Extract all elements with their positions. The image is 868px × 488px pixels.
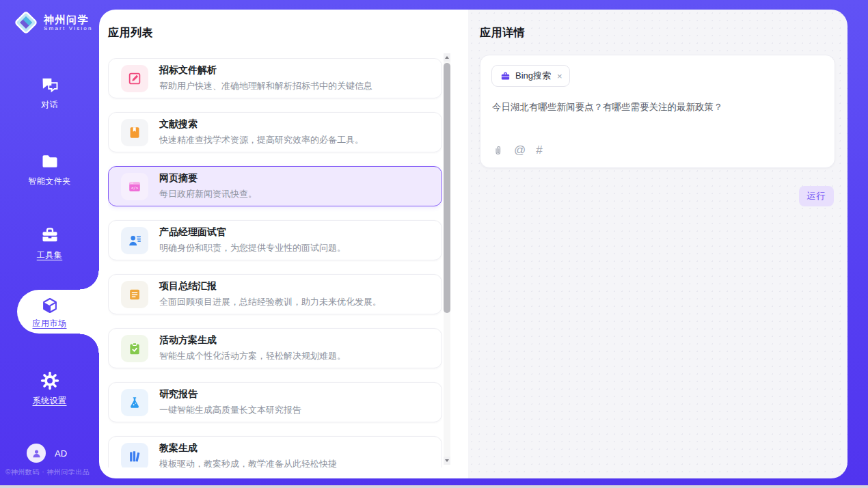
- app-name: 活动方案生成: [159, 334, 346, 347]
- sidebar-item-app-market[interactable]: 应用市场: [0, 290, 99, 334]
- app-card[interactable]: 教案生成模板驱动，教案秒成，教学准备从此轻松快捷: [108, 436, 442, 467]
- input-toolbar: @ #: [492, 144, 543, 157]
- app-card[interactable]: 项目总结汇报全面回顾项目进展，总结经验教训，助力未来优化发展。: [108, 274, 442, 314]
- user-name: AD: [55, 448, 67, 459]
- sidebar-item-toolkit[interactable]: 工具集: [0, 226, 99, 261]
- app-name: 产品经理面试官: [159, 226, 346, 239]
- chat-icon: [40, 75, 59, 94]
- app-description: 全面回顾项目进展，总结经验教训，助力未来优化发展。: [159, 296, 381, 308]
- interviewer-icon: [121, 227, 148, 254]
- app-description: 快速精准查找学术资源，提高研究效率的必备工具。: [159, 134, 364, 146]
- app-list-panel: 应用列表 招标文件解析帮助用户快速、准确地理解和解析招标书中的关键信息文献搜索快…: [99, 10, 468, 478]
- app-card[interactable]: 研究报告一键智能生成高质量长文本研究报告: [108, 382, 442, 422]
- app-name: 网页摘要: [159, 172, 257, 185]
- copyright-text: ©神州数码 · 神州问学出品: [5, 467, 90, 477]
- app-description: 一键智能生成高质量长文本研究报告: [159, 404, 301, 416]
- topic-icon[interactable]: #: [536, 144, 542, 157]
- sidebar-item-chat[interactable]: 对话: [0, 75, 99, 111]
- app-name: 研究报告: [159, 388, 301, 401]
- app-description: 帮助用户快速、准确地理解和解析招标书中的关键信息: [159, 80, 372, 92]
- app-card[interactable]: 产品经理面试官明确身份和职责，为您提供专业性的面试问题。: [108, 220, 442, 260]
- app-name: 文献搜索: [159, 118, 364, 131]
- sidebar-item-settings[interactable]: 系统设置: [0, 371, 99, 407]
- scrollbar-up-icon[interactable]: [444, 53, 450, 62]
- app-description: 模板驱动，教案秒成，教学准备从此轻松快捷: [159, 458, 337, 467]
- run-button[interactable]: 运行: [799, 186, 834, 206]
- app-card[interactable]: 活动方案生成智能生成个性化活动方案，轻松解决规划难题。: [108, 328, 442, 368]
- app-name: 招标文件解析: [159, 64, 372, 77]
- sidebar: 神州问学 Smart Vision 对话智能文件夹工具集应用市场系统设置 AD …: [0, 0, 99, 485]
- briefcase-icon: [500, 71, 511, 81]
- sidebar-item-smart-folder[interactable]: 智能文件夹: [0, 152, 99, 187]
- query-input[interactable]: 今日湖北有哪些新闻要点？有哪些需要关注的最新政策？: [492, 100, 821, 113]
- app-window: 神州问学 Smart Vision 对话智能文件夹工具集应用市场系统设置 AD …: [0, 0, 868, 485]
- app-card[interactable]: </>网页摘要每日政府新闻资讯快查。: [108, 166, 442, 206]
- attachment-icon[interactable]: [492, 145, 504, 157]
- brand: 神州问学 Smart Vision: [12, 9, 93, 36]
- user-account[interactable]: AD: [27, 444, 67, 463]
- app-list-scrollbar[interactable]: [444, 53, 450, 465]
- sidebar-item-label: 应用市场: [0, 318, 99, 329]
- app-list: 招标文件解析帮助用户快速、准确地理解和解析招标书中的关键信息文献搜索快速精准查找…: [108, 58, 442, 467]
- edit-doc-icon: [121, 65, 148, 92]
- brand-logo-icon: [12, 9, 40, 36]
- scrollbar-down-icon[interactable]: [444, 457, 450, 465]
- bottom-edge: [0, 485, 868, 488]
- books-icon: [121, 443, 148, 468]
- svg-text:</>: </>: [131, 186, 139, 190]
- app-name: 教案生成: [159, 442, 337, 455]
- app-description: 每日政府新闻资讯快查。: [159, 188, 257, 200]
- sidebar-item-label: 工具集: [0, 249, 99, 261]
- tool-chip-bing-search[interactable]: Bing搜索 ×: [491, 65, 570, 87]
- app-name: 项目总结汇报: [159, 280, 381, 293]
- web-code-icon: </>: [121, 173, 148, 200]
- app-card[interactable]: 招标文件解析帮助用户快速、准确地理解和解析招标书中的关键信息: [108, 58, 442, 98]
- app-detail-panel: 应用详情 Bing搜索 × 今日湖北有哪些新闻要点？有哪些需要关注的最新政策？: [468, 10, 847, 478]
- mention-icon[interactable]: @: [514, 144, 526, 157]
- sidebar-item-label: 对话: [0, 99, 99, 111]
- book-icon: [121, 119, 148, 146]
- main-content: 应用列表 招标文件解析帮助用户快速、准确地理解和解析招标书中的关键信息文献搜索快…: [99, 10, 847, 478]
- app-detail-title: 应用详情: [480, 26, 525, 40]
- app-description: 智能生成个性化活动方案，轻松解决规划难题。: [159, 350, 346, 362]
- toolbox-icon: [40, 226, 59, 245]
- cube-icon: [40, 296, 59, 315]
- brand-subtitle: Smart Vision: [44, 25, 93, 31]
- gear-icon: [40, 371, 59, 390]
- scrollbar-thumb[interactable]: [444, 63, 450, 313]
- clipboard-check-icon: [121, 335, 148, 362]
- folder-icon: [40, 152, 59, 171]
- memo-icon: [121, 281, 148, 308]
- app-list-title: 应用列表: [108, 26, 153, 40]
- user-avatar-icon: [27, 444, 46, 463]
- brand-name: 神州问学: [44, 14, 93, 25]
- research-icon: [121, 389, 148, 416]
- app-card[interactable]: 文献搜索快速精准查找学术资源，提高研究效率的必备工具。: [108, 112, 442, 152]
- sidebar-item-label: 系统设置: [0, 395, 99, 407]
- tool-chip-label: Bing搜索: [515, 70, 551, 82]
- app-description: 明确身份和职责，为您提供专业性的面试问题。: [159, 242, 346, 254]
- query-card: Bing搜索 × 今日湖北有哪些新闻要点？有哪些需要关注的最新政策？ @ #: [480, 55, 835, 168]
- close-icon[interactable]: ×: [557, 71, 562, 81]
- sidebar-item-label: 智能文件夹: [0, 176, 99, 187]
